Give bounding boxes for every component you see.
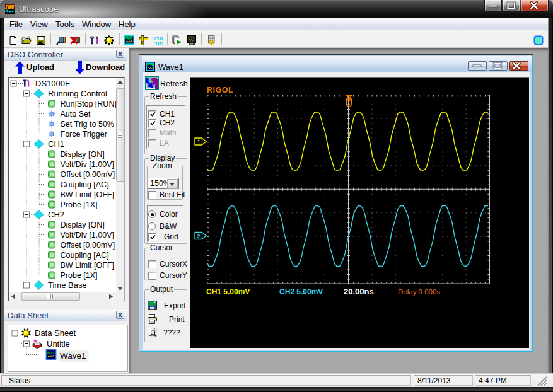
svg-text:CH1: CH1 xyxy=(48,139,64,149)
svg-text:Force Trigger: Force Trigger xyxy=(61,130,107,139)
svg-text:Delay:0.000s: Delay:0.000s xyxy=(398,288,440,296)
svg-text:Probe [1X]: Probe [1X] xyxy=(61,271,98,280)
svg-text:Auto Set: Auto Set xyxy=(61,110,91,118)
svg-text:Wave1: Wave1 xyxy=(60,351,86,360)
svg-text:Coupling [AC]: Coupling [AC] xyxy=(61,180,109,189)
svg-text:Offset [0.00mV]: Offset [0.00mV] xyxy=(61,241,115,250)
svg-text:Offset [0.00mV]: Offset [0.00mV] xyxy=(61,170,115,179)
svg-text:Set Trig to 50%: Set Trig to 50% xyxy=(61,120,114,129)
svg-text:Running Control: Running Control xyxy=(48,89,107,98)
svg-text:DS1000E: DS1000E xyxy=(35,79,71,88)
svg-text:CH1 5.00mV: CH1 5.00mV xyxy=(206,287,250,296)
svg-text:Volt/Div [1.00V]: Volt/Div [1.00V] xyxy=(61,231,114,239)
svg-text:CH2: CH2 xyxy=(48,210,64,219)
svg-text:Volt/Div [1.00V]: Volt/Div [1.00V] xyxy=(61,160,114,169)
svg-text:Coupling [AC]: Coupling [AC] xyxy=(61,251,109,260)
svg-text:Data Sheet: Data Sheet xyxy=(35,328,76,338)
svg-text:RIGOL: RIGOL xyxy=(207,86,233,95)
svg-text:Display [ON]: Display [ON] xyxy=(61,221,105,229)
svg-text:Time Base: Time Base xyxy=(48,280,87,290)
svg-text:BW Limit [OFF]: BW Limit [OFF] xyxy=(61,190,114,199)
svg-text:20.00ns: 20.00ns xyxy=(344,287,374,296)
svg-text:101: 101 xyxy=(154,41,163,46)
svg-text:Probe [1X]: Probe [1X] xyxy=(61,200,98,209)
svg-text:2: 2 xyxy=(197,233,201,239)
svg-text:Untitle: Untitle xyxy=(47,339,70,349)
svg-text:CH2 5.00mV: CH2 5.00mV xyxy=(279,287,323,296)
svg-text:Run|Stop [RUN]: Run|Stop [RUN] xyxy=(61,100,117,108)
svg-text:BW Limit [OFF]: BW Limit [OFF] xyxy=(61,261,114,270)
svg-text:Display [ON]: Display [ON] xyxy=(61,150,105,159)
